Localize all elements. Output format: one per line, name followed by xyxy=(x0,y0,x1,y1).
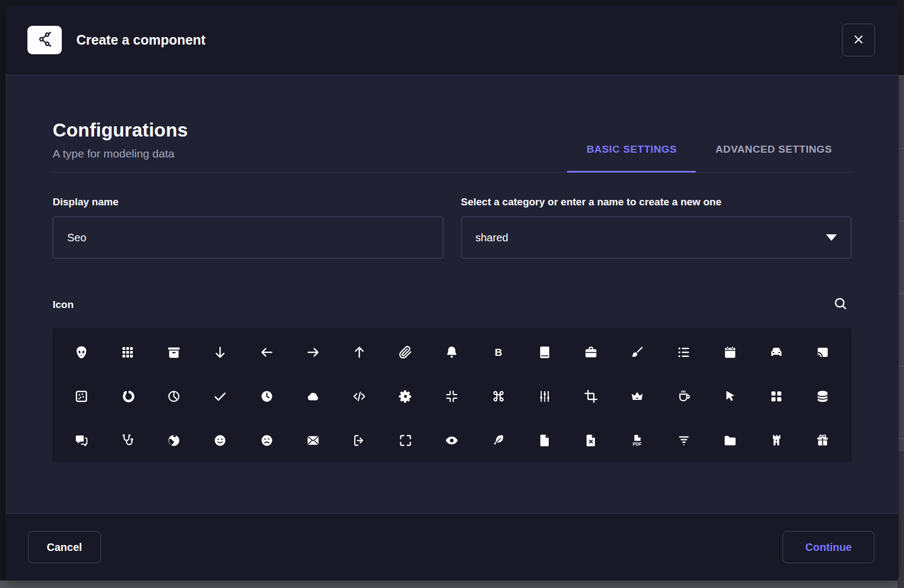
svg-text:PDF: PDF xyxy=(633,441,642,447)
filter-icon[interactable] xyxy=(669,425,699,455)
file-pdf-icon[interactable]: PDF xyxy=(622,425,652,455)
clock-icon[interactable] xyxy=(252,381,282,411)
icon-grid: BPDF xyxy=(53,328,851,462)
page-behind-modal-bottom xyxy=(0,580,904,588)
cup-icon[interactable] xyxy=(669,381,699,411)
display-name-field-group: Display name xyxy=(53,196,443,259)
icon-section-header: Icon xyxy=(53,296,851,313)
chart-pie-icon[interactable] xyxy=(159,381,189,411)
create-component-modal: Create a component Configurations A type… xyxy=(5,5,899,580)
search-icon xyxy=(833,296,848,313)
modal-footer: Cancel Continue xyxy=(5,513,899,580)
collapse-icon[interactable] xyxy=(437,381,467,411)
cast-icon[interactable] xyxy=(808,337,838,367)
chart-bubble-icon[interactable] xyxy=(66,381,96,411)
chevron-down-icon xyxy=(826,234,837,241)
discuss-icon[interactable] xyxy=(66,425,96,455)
brush-icon[interactable] xyxy=(622,337,652,367)
exit-icon[interactable] xyxy=(345,425,375,455)
modal-title: Create a component xyxy=(76,32,842,48)
folder-icon[interactable] xyxy=(715,425,745,455)
envelope-icon[interactable] xyxy=(298,425,328,455)
file-icon[interactable] xyxy=(529,425,559,455)
dashboard-icon[interactable] xyxy=(762,381,792,411)
command-icon[interactable] xyxy=(483,381,513,411)
category-label: Select a category or enter a name to cre… xyxy=(461,196,852,208)
bold-icon[interactable]: B xyxy=(483,337,513,367)
feather-icon[interactable] xyxy=(483,425,513,455)
form-row: Display name Select a category or enter … xyxy=(53,196,851,259)
cloud-icon[interactable] xyxy=(298,381,328,411)
alien-icon[interactable] xyxy=(66,337,96,367)
briefcase-icon[interactable] xyxy=(576,337,606,367)
chart-circle-icon[interactable] xyxy=(112,381,142,411)
cancel-button[interactable]: Cancel xyxy=(28,531,101,563)
close-icon xyxy=(852,33,865,48)
apps-icon[interactable] xyxy=(112,337,142,367)
car-icon[interactable] xyxy=(762,337,792,367)
display-name-label: Display name xyxy=(53,196,443,208)
close-button[interactable] xyxy=(842,24,875,56)
icon-section-label: Icon xyxy=(53,299,74,311)
crop-icon[interactable] xyxy=(576,381,606,411)
attachment-icon[interactable] xyxy=(391,337,421,367)
arrow-left-icon[interactable] xyxy=(252,337,282,367)
category-select[interactable]: shared xyxy=(461,217,852,259)
cog-icon[interactable] xyxy=(391,381,421,411)
check-icon[interactable] xyxy=(205,381,235,411)
component-icon xyxy=(36,31,53,50)
file-error-icon[interactable] xyxy=(576,425,606,455)
section-title: Configurations xyxy=(53,119,851,141)
display-name-input[interactable] xyxy=(53,217,443,259)
modal-header: Create a component xyxy=(5,5,899,75)
emotion-happy-icon[interactable] xyxy=(205,425,235,455)
arrow-right-icon[interactable] xyxy=(298,337,328,367)
emotion-unhappy-icon[interactable] xyxy=(252,425,282,455)
gift-icon[interactable] xyxy=(808,425,838,455)
svg-text:B: B xyxy=(494,346,502,357)
calendar-icon[interactable] xyxy=(715,337,745,367)
fort-icon[interactable] xyxy=(762,425,792,455)
expand-icon[interactable] xyxy=(391,425,421,455)
component-badge xyxy=(27,26,62,54)
book-icon[interactable] xyxy=(529,337,559,367)
arrow-up-icon[interactable] xyxy=(345,337,375,367)
earth-icon[interactable] xyxy=(159,425,189,455)
settings-tabs: BASIC SETTINGS ADVANCED SETTINGS xyxy=(567,144,851,173)
archive-icon[interactable] xyxy=(159,337,189,367)
icon-search-button[interactable] xyxy=(830,296,851,313)
bullet-list-icon[interactable] xyxy=(669,337,699,367)
category-field-group: Select a category or enter a name to cre… xyxy=(461,196,852,259)
continue-button[interactable]: Continue xyxy=(783,531,874,563)
section-header: Configurations A type for modeling data … xyxy=(53,119,851,173)
database-icon[interactable] xyxy=(808,381,838,411)
cursor-icon[interactable] xyxy=(715,381,745,411)
sliders-icon[interactable] xyxy=(529,381,559,411)
category-selected-value: shared xyxy=(476,232,508,244)
arrow-down-icon[interactable] xyxy=(205,337,235,367)
tab-advanced-settings[interactable]: ADVANCED SETTINGS xyxy=(696,144,851,173)
modal-body: Configurations A type for modeling data … xyxy=(5,75,899,513)
doctor-icon[interactable] xyxy=(112,425,142,455)
eye-icon[interactable] xyxy=(437,425,467,455)
tab-basic-settings[interactable]: BASIC SETTINGS xyxy=(567,144,696,173)
crown-icon[interactable] xyxy=(622,381,652,411)
code-icon[interactable] xyxy=(345,381,375,411)
bell-icon[interactable] xyxy=(437,337,467,367)
